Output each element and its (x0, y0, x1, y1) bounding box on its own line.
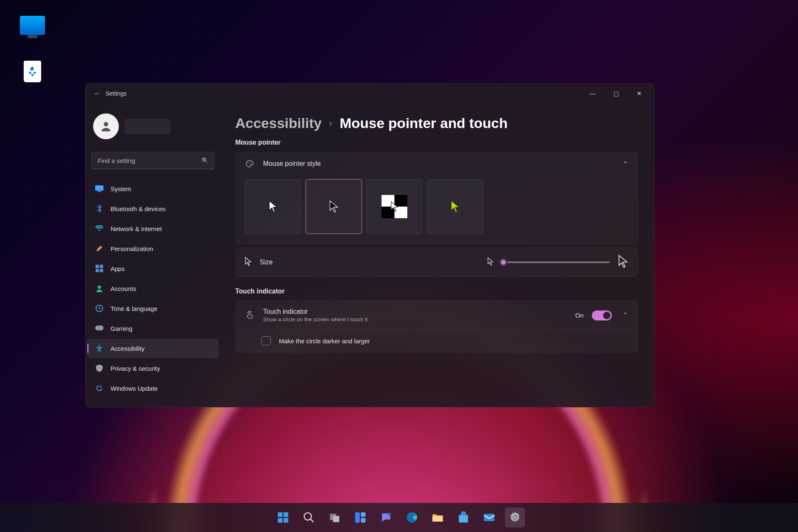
svg-line-19 (310, 519, 314, 522)
sidebar-item-label: Accounts (111, 285, 136, 292)
svg-rect-21 (333, 516, 339, 522)
sidebar-item-system[interactable]: System (87, 179, 219, 198)
chat-button[interactable] (376, 507, 396, 527)
svg-rect-5 (96, 269, 99, 272)
svg-rect-23 (361, 512, 365, 517)
desktop-icon-recycle-bin[interactable] (17, 61, 48, 82)
svg-point-0 (104, 122, 108, 126)
svg-point-18 (304, 513, 312, 520)
card-size: Size (235, 248, 638, 277)
sidebar-item-update[interactable]: Windows Update (87, 379, 219, 398)
svg-rect-9 (95, 325, 103, 330)
search-input[interactable] (91, 152, 214, 169)
system-icon (95, 184, 104, 193)
svg-rect-29 (484, 514, 495, 521)
edge-button[interactable] (402, 507, 422, 527)
svg-rect-17 (283, 518, 288, 522)
cursor-icon (245, 257, 251, 268)
svg-rect-2 (98, 191, 101, 192)
task-view-button[interactable] (325, 507, 345, 527)
svg-rect-6 (100, 269, 103, 272)
svg-point-13 (251, 163, 252, 163)
sidebar-item-privacy[interactable]: Privacy & security (87, 359, 219, 378)
bluetooth-icon (95, 204, 104, 213)
explorer-button[interactable] (428, 507, 448, 527)
svg-rect-1 (95, 185, 103, 191)
svg-rect-4 (100, 265, 103, 268)
svg-point-7 (98, 286, 101, 289)
start-button[interactable] (273, 507, 293, 527)
sidebar-item-label: Personalization (111, 245, 153, 252)
sidebar-item-gaming[interactable]: Gaming (87, 319, 219, 338)
apps-icon (95, 264, 104, 273)
card-pointer-style: Mouse pointer style ⌃ (235, 152, 638, 244)
maximize-button[interactable]: ▢ (604, 84, 628, 103)
chevron-up-icon[interactable]: ⌃ (623, 160, 628, 168)
titlebar: ← Settings — ▢ ✕ (86, 84, 654, 103)
chevron-right-icon: › (329, 118, 332, 129)
svg-rect-14 (278, 512, 283, 517)
svg-rect-16 (278, 518, 283, 522)
store-button[interactable] (453, 507, 473, 527)
svg-point-11 (248, 163, 249, 163)
brush-icon (95, 244, 104, 253)
avatar-icon (93, 113, 119, 139)
sidebar-item-label: Gaming (111, 325, 133, 332)
svg-point-10 (99, 345, 100, 347)
clock-icon (95, 304, 104, 313)
sidebar-item-apps[interactable]: Apps (87, 259, 219, 278)
touch-subtitle: Show a circle on the screen where I touc… (263, 316, 367, 323)
back-button[interactable]: ← (89, 90, 106, 97)
toggle-state-label: On (575, 312, 584, 319)
inverted-preview-icon (382, 195, 407, 218)
sidebar-item-time[interactable]: Time & language (87, 299, 219, 318)
sidebar-item-network[interactable]: Network & internet (87, 219, 219, 238)
chevron-up-icon[interactable]: ⌃ (623, 311, 628, 319)
pointer-style-white[interactable] (245, 179, 301, 234)
svg-point-25 (388, 513, 391, 516)
pointer-style-black[interactable] (305, 179, 362, 234)
sidebar-item-accounts[interactable]: Accounts (87, 279, 219, 298)
recycle-bin-icon (24, 61, 41, 82)
widgets-button[interactable] (350, 507, 370, 527)
sidebar-item-label: Time & language (111, 305, 158, 312)
touch-toggle[interactable] (592, 310, 612, 320)
sidebar-item-personalization[interactable]: Personalization (87, 239, 219, 258)
mail-button[interactable] (479, 507, 499, 527)
profile-block[interactable] (87, 109, 219, 143)
pointer-style-label: Mouse pointer style (263, 160, 321, 167)
minimize-button[interactable]: — (581, 84, 604, 103)
breadcrumb-parent[interactable]: Accessibility (235, 115, 322, 131)
sidebar-item-bluetooth[interactable]: Bluetooth & devices (87, 199, 219, 218)
settings-taskbar-button[interactable] (505, 507, 525, 527)
svg-point-30 (513, 516, 517, 519)
sidebar-item-accessibility[interactable]: Accessibility (87, 339, 219, 358)
sidebar-item-label: Network & internet (111, 225, 162, 232)
cursor-small-icon (488, 257, 493, 267)
size-label: Size (260, 259, 273, 266)
pointer-style-inverted[interactable] (366, 179, 423, 234)
size-slider[interactable] (502, 261, 610, 263)
monitor-icon (20, 16, 45, 35)
touch-title: Touch indicator (263, 308, 367, 315)
sidebar: 🔍 System Bluetooth & devices Network & i… (86, 103, 223, 407)
palette-icon (245, 159, 255, 168)
slider-thumb[interactable] (499, 258, 507, 266)
pointer-style-custom[interactable] (427, 179, 483, 234)
pointer-style-options (236, 175, 637, 244)
taskbar-search[interactable] (299, 507, 319, 527)
desktop-icon-this-pc[interactable] (17, 16, 48, 37)
search-box[interactable]: 🔍 (91, 152, 214, 169)
window-title: Settings (106, 90, 127, 97)
wifi-icon (95, 224, 104, 233)
sidebar-item-label: Windows Update (111, 385, 158, 392)
update-icon (95, 384, 104, 393)
svg-rect-24 (361, 518, 365, 522)
close-button[interactable]: ✕ (628, 84, 651, 103)
page-title: Mouse pointer and touch (340, 115, 507, 131)
breadcrumb: Accessibility › Mouse pointer and touch (235, 115, 638, 131)
section-touch-indicator: Touch indicator (235, 288, 638, 295)
darker-larger-checkbox[interactable] (261, 336, 271, 345)
sidebar-item-label: Bluetooth & devices (111, 205, 166, 212)
sidebar-nav: System Bluetooth & devices Network & int… (87, 179, 219, 398)
